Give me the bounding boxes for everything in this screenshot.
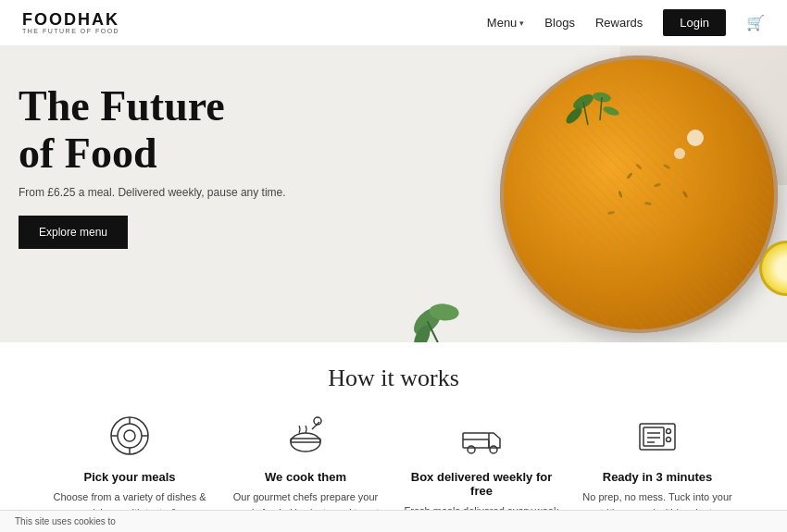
step-1-title: Pick your meals [51, 470, 208, 484]
delivery-icon [456, 411, 506, 461]
svg-line-27 [312, 422, 319, 429]
svg-point-36 [667, 438, 671, 442]
logo-tagline: THE FUTURE OF FOOD [22, 28, 119, 34]
svg-point-31 [490, 446, 497, 453]
logo[interactable]: FOODHAK THE FUTURE OF FOOD [22, 11, 119, 34]
svg-rect-34 [643, 427, 664, 446]
nav-links: Menu ▾ Blogs Rewards Login 🛒 [487, 9, 765, 36]
svg-point-30 [468, 446, 475, 453]
logo-name: FOODHAK [22, 11, 119, 28]
how-it-works-section: How it works Pick your meals Choose from… [0, 342, 787, 532]
svg-point-19 [118, 424, 142, 448]
explore-menu-button[interactable]: Explore menu [19, 216, 128, 249]
navbar: FOODHAK THE FUTURE OF FOOD Menu ▾ Blogs … [0, 0, 787, 46]
cart-icon[interactable]: 🛒 [746, 14, 765, 31]
hero-text-area: The Future of Food From £6.25 a meal. De… [19, 83, 286, 249]
svg-rect-26 [291, 439, 320, 442]
chevron-down-icon: ▾ [519, 19, 524, 28]
svg-point-35 [667, 429, 671, 434]
svg-rect-29 [463, 433, 489, 448]
nav-menu[interactable]: Menu ▾ [487, 16, 525, 30]
hero-section: The Future of Food From £6.25 a meal. De… [0, 46, 787, 342]
step-2-title: We cook them [227, 470, 384, 484]
ready-icon [632, 411, 682, 461]
nav-blogs[interactable]: Blogs [544, 16, 575, 30]
svg-point-20 [124, 430, 135, 441]
hero-title: The Future of Food [19, 83, 286, 177]
nav-rewards[interactable]: Rewards [595, 16, 643, 30]
hero-subtitle: From £6.25 a meal. Delivered weekly, pau… [19, 186, 286, 199]
bowl-rim [500, 56, 778, 333]
pick-meals-icon [105, 411, 155, 461]
cookie-text: This site uses cookies to [15, 516, 116, 526]
food-bowl [500, 56, 778, 333]
step-3-title: Box delivered weekly for free [403, 470, 560, 498]
cook-meals-icon [281, 411, 331, 461]
cookie-banner: This site uses cookies to [0, 510, 787, 532]
step-4-title: Ready in 3 minutes [579, 470, 736, 484]
hero-image [398, 46, 787, 342]
how-it-works-title: How it works [0, 365, 787, 392]
mint-leaves-svg [398, 275, 475, 342]
login-button[interactable]: Login [663, 9, 726, 36]
